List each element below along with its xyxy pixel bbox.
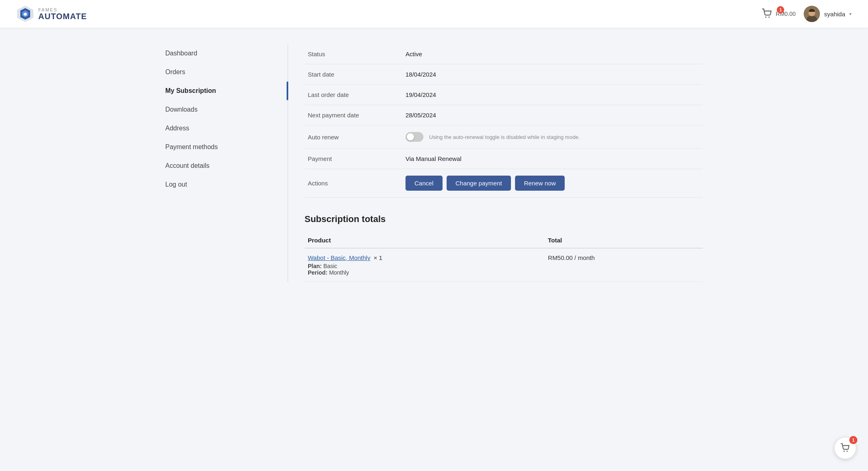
value-start-date: 18/04/2024 [402,64,703,85]
table-row-payment: Payment Via Manual Renewal [305,149,703,169]
value-status: Active [402,44,703,64]
product-link[interactable]: Wabot - Basic, Monthly [308,254,370,261]
header-right: 1 RM0.00 syahida ▾ [762,6,852,22]
subscription-info-table: Status Active Start date 18/04/2024 Last… [305,44,703,198]
value-actions: Cancel Change payment Renew now [402,169,703,198]
label-payment: Payment [305,149,402,169]
totals-total-cell: RM50.00 / month [545,248,703,282]
svg-point-11 [846,451,848,452]
sidebar-nav: Dashboard Orders My Subscription Downloa… [165,44,279,194]
sidebar: Dashboard Orders My Subscription Downloa… [165,44,287,282]
table-row-actions: Actions Cancel Change payment Renew now [305,169,703,198]
subscription-totals-section: Subscription totals Product Total Wabot … [305,214,703,282]
table-row-auto-renew: Auto renew Using the auto-renewal toggle… [305,125,703,149]
floating-cart-badge: 1 [849,436,857,444]
user-menu[interactable]: syahida ▾ [804,6,852,22]
action-buttons: Cancel Change payment Renew now [406,176,699,191]
sidebar-item-my-subscription[interactable]: My Subscription [165,81,279,100]
renew-now-button[interactable]: Renew now [515,176,565,191]
product-details: Plan: Basic Period: Monthly [308,263,541,276]
sidebar-item-address[interactable]: Address [165,119,279,138]
floating-cart-icon [840,443,850,453]
auto-renew-toggle-container: Using the auto-renewal toggle is disable… [406,132,699,142]
value-payment: Via Manual Renewal [402,149,703,169]
sidebar-item-downloads[interactable]: Downloads [165,100,279,119]
totals-product-row: Wabot - Basic, Monthly × 1 Plan: Basic P… [305,248,703,282]
product-quantity: × 1 [374,254,382,261]
label-auto-renew: Auto renew [305,125,402,149]
toggle-knob [407,133,414,141]
logo-icon [16,5,34,23]
site-header: FAMES AUTOMATE 1 RM0.00 [0,0,868,28]
totals-product-cell: Wabot - Basic, Monthly × 1 Plan: Basic P… [305,248,545,282]
change-payment-button[interactable]: Change payment [447,176,511,191]
cancel-button[interactable]: Cancel [406,176,443,191]
value-auto-renew: Using the auto-renewal toggle is disable… [402,125,703,149]
table-row-status: Status Active [305,44,703,64]
chevron-down-icon: ▾ [849,11,852,17]
label-status: Status [305,44,402,64]
sidebar-item-orders[interactable]: Orders [165,63,279,81]
svg-point-4 [765,17,767,18]
totals-table: Product Total Wabot - Basic, Monthly × 1… [305,233,703,282]
auto-renew-toggle[interactable] [406,132,423,142]
user-name: syahida [824,11,845,18]
logo[interactable]: FAMES AUTOMATE [16,5,87,23]
table-row-last-order: Last order date 19/04/2024 [305,85,703,105]
sidebar-item-payment-methods[interactable]: Payment methods [165,138,279,156]
col-total: Total [545,233,703,248]
plan-value: Basic [323,263,337,269]
period-label: Period: [308,269,327,276]
label-next-payment: Next payment date [305,105,402,125]
logo-text: FAMES AUTOMATE [38,8,87,20]
totals-title: Subscription totals [305,214,703,224]
svg-point-5 [769,17,770,18]
main-content: Status Active Start date 18/04/2024 Last… [287,44,703,282]
table-row-start-date: Start date 18/04/2024 [305,64,703,85]
totals-header-row: Product Total [305,233,703,248]
label-start-date: Start date [305,64,402,85]
cart-icon [762,9,772,19]
main-layout: Dashboard Orders My Subscription Downloa… [149,44,719,282]
sidebar-item-account-details[interactable]: Account details [165,156,279,175]
sidebar-item-log-out[interactable]: Log out [165,175,279,194]
floating-cart-button[interactable]: 1 [835,438,856,459]
cart-button[interactable]: 1 RM0.00 [762,9,796,19]
auto-renew-note: Using the auto-renewal toggle is disable… [429,134,580,140]
logo-automate-label: AUTOMATE [38,12,87,20]
sidebar-active-indicator [287,81,288,100]
value-next-payment: 28/05/2024 [402,105,703,125]
avatar [804,6,820,22]
sidebar-item-dashboard[interactable]: Dashboard [165,44,279,63]
logo-fames-label: FAMES [38,8,87,12]
table-row-next-payment: Next payment date 28/05/2024 [305,105,703,125]
period-value: Monthly [329,269,349,276]
label-last-order: Last order date [305,85,402,105]
plan-label: Plan: [308,263,322,269]
value-last-order: 19/04/2024 [402,85,703,105]
col-product: Product [305,233,545,248]
label-actions: Actions [305,169,402,198]
svg-point-10 [844,451,845,452]
